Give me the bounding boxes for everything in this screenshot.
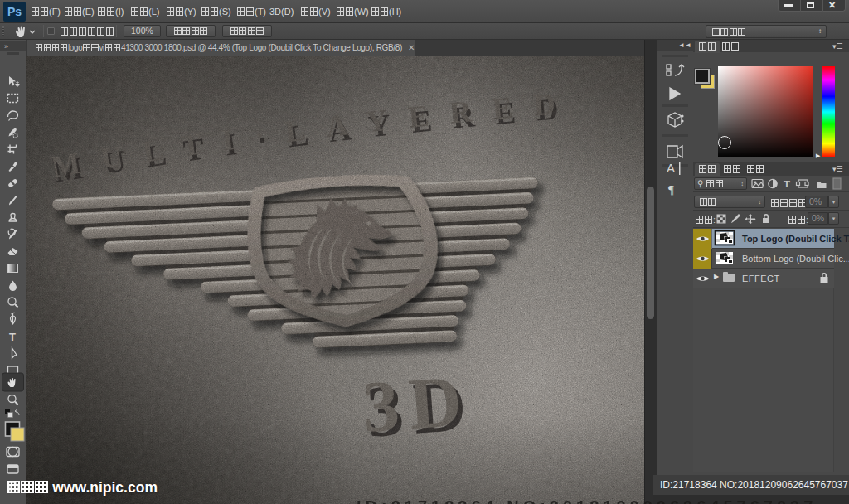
svg-text:T: T bbox=[784, 178, 790, 190]
svg-text:A: A bbox=[667, 161, 675, 175]
svg-text:¶: ¶ bbox=[668, 183, 674, 196]
svg-text:»: » bbox=[4, 42, 8, 51]
svg-text:T: T bbox=[9, 331, 16, 343]
